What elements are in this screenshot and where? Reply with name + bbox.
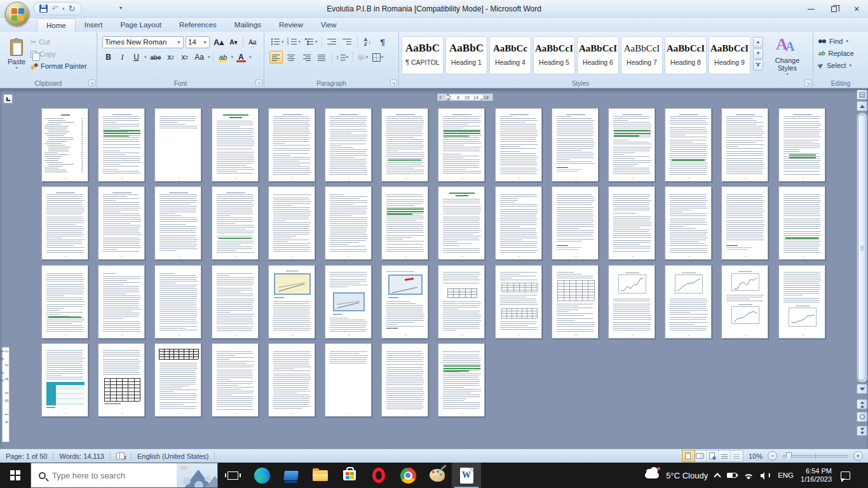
taskbar-edge-button[interactable] [247,463,276,488]
keyboard-language[interactable]: ENG [778,471,794,479]
highlight-dropdown-arrow[interactable]: ▾ [231,55,233,60]
styles-dialog-launcher[interactable]: ↘ [804,79,811,86]
zoom-out-button[interactable]: − [768,451,777,461]
align-right-button[interactable] [300,51,313,64]
page-thumbnail-50[interactable] [438,343,485,417]
page-thumbnail-10[interactable] [552,108,599,182]
styles-more-button[interactable]: ▼ [753,60,763,71]
page-thumbnail-27[interactable] [721,186,768,260]
taskbar-file-explorer-button[interactable] [306,463,335,488]
page-thumbnail-23[interactable] [495,186,542,260]
start-button[interactable] [0,463,31,488]
clipboard-dialog-launcher[interactable]: ↘ [88,79,95,86]
change-case-button[interactable]: Aa [193,51,206,64]
tab-references[interactable]: References [170,18,226,32]
page-thumbnail-46[interactable] [212,343,259,417]
cut-button[interactable]: ✂Cut [31,37,87,47]
font-color-dropdown-arrow[interactable]: ▾ [249,55,252,60]
word-count[interactable]: Words: 14,113 [53,449,110,463]
format-painter-button[interactable]: Format Painter [31,61,87,71]
page-thumbnail-9[interactable] [495,108,542,182]
battery-icon[interactable] [727,473,736,478]
copy-button[interactable]: Copy [31,49,87,59]
minimize-button[interactable] [799,0,822,18]
page-thumbnail-7[interactable] [381,108,428,182]
page-thumbnail-24[interactable] [552,186,599,260]
full-screen-reading-view-button[interactable] [695,451,707,461]
align-left-button[interactable] [269,51,283,64]
page-thumbnail-14[interactable] [778,108,825,182]
page-thumbnail-21[interactable] [381,186,428,260]
style-heading-5[interactable]: AaBbCcIHeading 5 [533,36,575,74]
change-styles-button[interactable]: AA Change Styles ▾ [767,34,808,78]
page-thumbnail-42[interactable] [778,265,825,339]
taskbar-chrome-button[interactable] [393,463,423,488]
font-family-combobox[interactable]: Times New Roman▼ [102,36,184,48]
page-thumbnail-28[interactable] [778,186,825,260]
line-spacing-button[interactable]: ↕▾ [336,51,349,64]
view-ruler-toggle-button[interactable] [857,90,867,100]
style-heading-7[interactable]: AaBbCcIHeading 7 [621,36,663,74]
save-icon[interactable] [39,4,48,13]
page-thumbnail-41[interactable] [721,265,768,339]
borders-button[interactable]: ▾ [371,51,384,64]
justify-button[interactable] [315,51,329,64]
zoom-slider[interactable] [782,455,848,458]
page-thumbnail-40[interactable] [665,265,712,339]
page-thumbnail-15[interactable] [41,186,88,260]
next-page-button[interactable] [857,426,867,436]
page-thumbnail-1[interactable] [41,108,88,182]
zoom-slider-thumb[interactable] [786,452,792,461]
multilevel-list-button[interactable]: ▾ [303,36,318,48]
undo-icon[interactable]: ↶ [51,4,58,13]
print-layout-view-button[interactable] [682,451,695,461]
text-highlight-button[interactable]: ab [217,51,229,64]
subscript-button[interactable]: x2 [165,51,177,64]
styles-scroll-up-button[interactable]: ▲ [753,37,763,48]
superscript-button[interactable]: x2 [179,51,191,64]
clear-formatting-button[interactable]: A̶a [247,36,259,48]
style-capitol[interactable]: AaBbC¶ CAPITOL [402,36,444,74]
taskbar-search[interactable] [31,463,218,488]
page-thumbnail-19[interactable] [268,186,315,260]
page-thumbnail-8[interactable] [438,108,485,182]
style-heading-1[interactable]: AaBbCHeading 1 [445,36,487,74]
taskbar-store-button[interactable] [335,463,364,488]
page-thumbnail-43[interactable] [41,343,88,417]
page-thumbnail-39[interactable] [608,265,655,339]
taskbar-pc-button[interactable] [276,463,306,488]
search-input[interactable] [52,471,141,480]
replace-button[interactable]: abReplace [818,48,866,58]
restore-button[interactable] [822,0,845,18]
page-thumbnail-25[interactable] [608,186,655,260]
page-thumbnail-48[interactable] [325,343,372,417]
web-layout-view-button[interactable] [707,451,719,461]
page-thumbnail-30[interactable] [98,265,145,339]
page-thumbnail-31[interactable] [154,265,201,339]
page-thumbnail-33[interactable] [268,265,315,339]
page-thumbnail-47[interactable] [268,343,315,417]
styles-scroll-down-button[interactable]: ▼ [753,48,763,59]
page-thumbnail-44[interactable] [98,343,145,417]
page-thumbnail-2[interactable] [98,108,145,182]
style-heading-9[interactable]: AaBbCcIHeading 9 [709,36,750,74]
weather-text[interactable]: 5°C Cloudy [666,471,708,480]
tab-home[interactable]: Home [37,18,76,32]
previous-page-button[interactable] [857,399,867,409]
tab-review[interactable]: Review [270,18,312,32]
page-thumbnail-13[interactable] [721,108,768,182]
select-browse-object-button[interactable] [857,412,867,422]
page-thumbnail-18[interactable] [212,186,259,260]
close-button[interactable]: × [845,0,868,18]
page-thumbnail-29[interactable] [41,265,88,339]
increase-indent-button[interactable] [341,36,354,48]
underline-dropdown-arrow[interactable]: ▾ [144,55,147,60]
office-button[interactable] [5,2,29,26]
action-center-icon[interactable] [841,471,850,480]
font-size-combobox[interactable]: 14▼ [186,36,210,48]
font-dialog-launcher[interactable]: ↘ [255,79,262,86]
page-thumbnail-38[interactable] [552,265,599,339]
page-indicator[interactable]: Page: 1 of 50 [0,449,53,463]
taskbar-word-button[interactable]: W [452,463,481,488]
bullets-button[interactable]: ▾ [269,36,285,48]
